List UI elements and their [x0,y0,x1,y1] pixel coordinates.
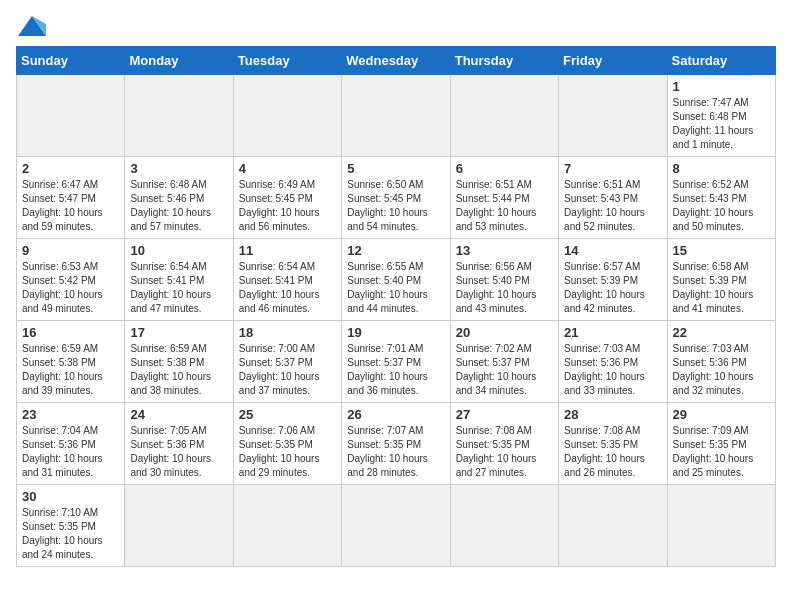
calendar-day-cell: 29Sunrise: 7:09 AM Sunset: 5:35 PM Dayli… [667,403,775,485]
day-info: Sunrise: 6:51 AM Sunset: 5:44 PM Dayligh… [456,178,553,234]
calendar-week-row: 30Sunrise: 7:10 AM Sunset: 5:35 PM Dayli… [17,485,776,567]
day-info: Sunrise: 6:59 AM Sunset: 5:38 PM Dayligh… [22,342,119,398]
day-number: 27 [456,407,553,422]
day-info: Sunrise: 7:06 AM Sunset: 5:35 PM Dayligh… [239,424,336,480]
calendar-day-cell: 10Sunrise: 6:54 AM Sunset: 5:41 PM Dayli… [125,239,233,321]
day-info: Sunrise: 6:58 AM Sunset: 5:39 PM Dayligh… [673,260,770,316]
calendar-day-cell: 8Sunrise: 6:52 AM Sunset: 5:43 PM Daylig… [667,157,775,239]
day-number: 10 [130,243,227,258]
day-info: Sunrise: 6:53 AM Sunset: 5:42 PM Dayligh… [22,260,119,316]
day-number: 2 [22,161,119,176]
calendar-day-cell: 25Sunrise: 7:06 AM Sunset: 5:35 PM Dayli… [233,403,341,485]
calendar-day-cell [450,485,558,567]
day-info: Sunrise: 7:08 AM Sunset: 5:35 PM Dayligh… [456,424,553,480]
day-number: 11 [239,243,336,258]
day-number: 17 [130,325,227,340]
calendar-week-row: 23Sunrise: 7:04 AM Sunset: 5:36 PM Dayli… [17,403,776,485]
day-number: 19 [347,325,444,340]
calendar-day-cell: 19Sunrise: 7:01 AM Sunset: 5:37 PM Dayli… [342,321,450,403]
logo-icon [18,16,46,36]
day-number: 13 [456,243,553,258]
calendar-week-row: 1Sunrise: 7:47 AM Sunset: 6:48 PM Daylig… [17,75,776,157]
calendar-day-cell: 1Sunrise: 7:47 AM Sunset: 6:48 PM Daylig… [667,75,775,157]
day-info: Sunrise: 7:03 AM Sunset: 5:36 PM Dayligh… [564,342,661,398]
calendar-day-cell: 20Sunrise: 7:02 AM Sunset: 5:37 PM Dayli… [450,321,558,403]
logo [16,16,46,36]
day-info: Sunrise: 6:56 AM Sunset: 5:40 PM Dayligh… [456,260,553,316]
day-info: Sunrise: 7:07 AM Sunset: 5:35 PM Dayligh… [347,424,444,480]
calendar-day-cell: 22Sunrise: 7:03 AM Sunset: 5:36 PM Dayli… [667,321,775,403]
calendar-day-cell: 27Sunrise: 7:08 AM Sunset: 5:35 PM Dayli… [450,403,558,485]
calendar-day-cell: 5Sunrise: 6:50 AM Sunset: 5:45 PM Daylig… [342,157,450,239]
day-number: 12 [347,243,444,258]
day-info: Sunrise: 7:01 AM Sunset: 5:37 PM Dayligh… [347,342,444,398]
calendar-day-cell: 16Sunrise: 6:59 AM Sunset: 5:38 PM Dayli… [17,321,125,403]
day-number: 7 [564,161,661,176]
calendar-day-cell [559,485,667,567]
day-number: 24 [130,407,227,422]
day-number: 14 [564,243,661,258]
day-number: 21 [564,325,661,340]
calendar-day-cell [17,75,125,157]
day-info: Sunrise: 6:52 AM Sunset: 5:43 PM Dayligh… [673,178,770,234]
day-info: Sunrise: 7:00 AM Sunset: 5:37 PM Dayligh… [239,342,336,398]
day-number: 26 [347,407,444,422]
day-info: Sunrise: 6:54 AM Sunset: 5:41 PM Dayligh… [130,260,227,316]
calendar-day-cell: 18Sunrise: 7:00 AM Sunset: 5:37 PM Dayli… [233,321,341,403]
calendar-day-cell: 23Sunrise: 7:04 AM Sunset: 5:36 PM Dayli… [17,403,125,485]
day-number: 15 [673,243,770,258]
day-number: 18 [239,325,336,340]
day-info: Sunrise: 7:10 AM Sunset: 5:35 PM Dayligh… [22,506,119,562]
calendar-day-cell: 14Sunrise: 6:57 AM Sunset: 5:39 PM Dayli… [559,239,667,321]
calendar-day-cell: 15Sunrise: 6:58 AM Sunset: 5:39 PM Dayli… [667,239,775,321]
calendar-day-cell: 26Sunrise: 7:07 AM Sunset: 5:35 PM Dayli… [342,403,450,485]
day-info: Sunrise: 7:08 AM Sunset: 5:35 PM Dayligh… [564,424,661,480]
day-number: 4 [239,161,336,176]
day-number: 30 [22,489,119,504]
calendar-day-cell [667,485,775,567]
day-info: Sunrise: 7:47 AM Sunset: 6:48 PM Dayligh… [673,96,770,152]
day-info: Sunrise: 7:03 AM Sunset: 5:36 PM Dayligh… [673,342,770,398]
calendar-day-cell: 11Sunrise: 6:54 AM Sunset: 5:41 PM Dayli… [233,239,341,321]
calendar-day-cell: 4Sunrise: 6:49 AM Sunset: 5:45 PM Daylig… [233,157,341,239]
calendar-table: SundayMondayTuesdayWednesdayThursdayFrid… [16,46,776,567]
day-number: 5 [347,161,444,176]
day-number: 6 [456,161,553,176]
calendar-day-cell [233,485,341,567]
day-info: Sunrise: 6:59 AM Sunset: 5:38 PM Dayligh… [130,342,227,398]
day-info: Sunrise: 7:02 AM Sunset: 5:37 PM Dayligh… [456,342,553,398]
calendar-day-cell: 9Sunrise: 6:53 AM Sunset: 5:42 PM Daylig… [17,239,125,321]
day-info: Sunrise: 6:48 AM Sunset: 5:46 PM Dayligh… [130,178,227,234]
day-info: Sunrise: 7:09 AM Sunset: 5:35 PM Dayligh… [673,424,770,480]
calendar-day-cell [450,75,558,157]
page-header [16,16,776,36]
day-number: 25 [239,407,336,422]
calendar-week-row: 16Sunrise: 6:59 AM Sunset: 5:38 PM Dayli… [17,321,776,403]
day-info: Sunrise: 7:05 AM Sunset: 5:36 PM Dayligh… [130,424,227,480]
calendar-day-cell: 3Sunrise: 6:48 AM Sunset: 5:46 PM Daylig… [125,157,233,239]
calendar-day-cell: 30Sunrise: 7:10 AM Sunset: 5:35 PM Dayli… [17,485,125,567]
calendar-week-row: 2Sunrise: 6:47 AM Sunset: 5:47 PM Daylig… [17,157,776,239]
calendar-day-cell: 7Sunrise: 6:51 AM Sunset: 5:43 PM Daylig… [559,157,667,239]
calendar-day-cell [125,485,233,567]
calendar-day-cell: 28Sunrise: 7:08 AM Sunset: 5:35 PM Dayli… [559,403,667,485]
calendar-day-cell [342,485,450,567]
day-of-week-header: Saturday [667,47,775,75]
day-info: Sunrise: 6:54 AM Sunset: 5:41 PM Dayligh… [239,260,336,316]
day-info: Sunrise: 6:55 AM Sunset: 5:40 PM Dayligh… [347,260,444,316]
day-of-week-header: Sunday [17,47,125,75]
calendar-day-cell: 12Sunrise: 6:55 AM Sunset: 5:40 PM Dayli… [342,239,450,321]
days-of-week-row: SundayMondayTuesdayWednesdayThursdayFrid… [17,47,776,75]
calendar-day-cell: 17Sunrise: 6:59 AM Sunset: 5:38 PM Dayli… [125,321,233,403]
day-of-week-header: Wednesday [342,47,450,75]
day-number: 29 [673,407,770,422]
day-number: 3 [130,161,227,176]
day-number: 1 [673,79,770,94]
day-number: 20 [456,325,553,340]
day-of-week-header: Tuesday [233,47,341,75]
day-info: Sunrise: 6:49 AM Sunset: 5:45 PM Dayligh… [239,178,336,234]
day-of-week-header: Friday [559,47,667,75]
calendar-day-cell: 21Sunrise: 7:03 AM Sunset: 5:36 PM Dayli… [559,321,667,403]
day-number: 16 [22,325,119,340]
day-of-week-header: Thursday [450,47,558,75]
